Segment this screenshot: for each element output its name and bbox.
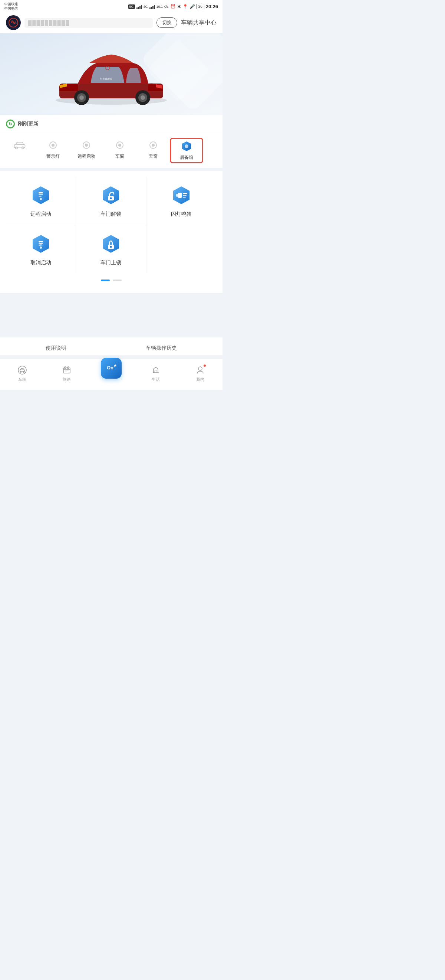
- brand-logo: [6, 15, 21, 30]
- middle-space: [0, 293, 223, 337]
- svg-text:★: ★: [114, 363, 117, 368]
- svg-point-62: [198, 367, 202, 371]
- flash-horn-card[interactable]: 闪灯鸣笛: [146, 177, 217, 225]
- mic-icon: 🎤: [190, 4, 195, 9]
- location-icon: 📍: [182, 4, 188, 9]
- car-svg: 别克威朗S: [48, 43, 174, 110]
- signal-bars: [136, 5, 142, 9]
- remote-start-quick-label: 远程启动: [78, 153, 95, 160]
- car-status-item[interactable]: [3, 138, 36, 153]
- svg-rect-37: [176, 194, 178, 197]
- sunroof-icon: [147, 139, 159, 151]
- nav-profile-icon: [195, 365, 206, 375]
- usage-guide-link[interactable]: 使用说明: [46, 345, 67, 352]
- sunroof-item[interactable]: 天窗: [136, 138, 170, 161]
- nav-profile-label: 我的: [196, 377, 204, 382]
- door-unlock-card[interactable]: 车门解锁: [76, 177, 146, 225]
- svg-rect-53: [63, 368, 70, 373]
- remote-start-label: 远程启动: [30, 211, 51, 218]
- bottom-nav: 车辆 旅途 On ★: [0, 358, 223, 390]
- update-bar: ↻ 刚刚更新: [0, 115, 223, 133]
- sunroof-label: 天窗: [149, 153, 158, 160]
- remote-start-card[interactable]: 远程启动: [6, 177, 76, 225]
- trunk-icon: [181, 140, 192, 152]
- car-outline-icon: [14, 139, 25, 151]
- carrier2: 中国电信: [5, 7, 18, 11]
- time: 20:26: [206, 4, 218, 9]
- window-item[interactable]: 车窗: [103, 138, 136, 161]
- operation-history-link[interactable]: 车辆操作历史: [146, 345, 177, 352]
- car-image-area: 别克威朗S: [0, 33, 223, 115]
- hazard-lights-label: 警示灯: [46, 153, 60, 160]
- nav-journey-icon: [62, 365, 72, 375]
- update-text: 刚刚更新: [18, 121, 38, 127]
- page-title: 车辆共享中心: [181, 19, 217, 27]
- cancel-start-icon-wrap: [30, 233, 52, 255]
- svg-rect-39: [38, 241, 43, 242]
- signal-4g: 4G: [144, 5, 148, 8]
- nav-journey-label: 旅途: [63, 377, 71, 382]
- page-dot-1: [101, 280, 110, 281]
- svg-rect-26: [38, 194, 43, 195]
- actions-section: 远程启动 车门解锁: [0, 171, 223, 293]
- carrier1: 中国联通: [5, 2, 18, 7]
- remote-start-quick-item[interactable]: 远程启动: [70, 138, 103, 161]
- bar6: [151, 7, 152, 9]
- user-name: ██████████: [24, 18, 153, 28]
- svg-point-21: [152, 144, 155, 146]
- svg-point-28: [40, 198, 42, 200]
- page-dot-2: [113, 280, 122, 281]
- svg-point-15: [52, 144, 54, 146]
- signal-bars-2: [149, 5, 155, 9]
- actions-grid: 远程启动 车门解锁: [6, 177, 217, 274]
- page-indicator: [6, 274, 217, 287]
- signal-5g: 5G: [128, 5, 135, 9]
- bar3: [139, 6, 141, 9]
- status-bar: 中国联通 中国电信 5G 4G 10.1 K/s ⏰ ✱ 📍 🎤 26 20:2…: [0, 0, 223, 12]
- flash-horn-svg: [171, 185, 192, 206]
- cancel-start-card[interactable]: 取消启动: [6, 225, 76, 274]
- door-lock-card[interactable]: 车门上锁: [76, 225, 146, 274]
- bottom-links: 使用说明 车辆操作历史: [0, 337, 223, 358]
- hazard-lights-item[interactable]: 警示灯: [36, 138, 70, 161]
- bar7: [152, 6, 154, 9]
- door-unlock-icon-wrap: [100, 184, 122, 207]
- nav-onstar[interactable]: On ★: [100, 358, 122, 382]
- car-display: 别克威朗S: [0, 41, 223, 111]
- bar1: [136, 8, 138, 9]
- svg-point-48: [18, 366, 26, 374]
- flash-horn-label: 闪灯鸣笛: [171, 211, 192, 218]
- svg-text:别克威朗S: 别克威朗S: [100, 78, 112, 80]
- door-lock-label: 车门上锁: [100, 259, 121, 266]
- svg-rect-36: [178, 192, 182, 198]
- alarm-icon: ⏰: [170, 4, 176, 9]
- notification-dot: [203, 364, 206, 367]
- door-lock-svg: [100, 234, 121, 254]
- buick-logo-svg: [8, 18, 19, 28]
- bar5: [149, 8, 150, 9]
- remote-start-quick-icon: [81, 139, 92, 151]
- svg-rect-27: [38, 196, 41, 197]
- door-lock-icon-wrap: [100, 233, 122, 255]
- nav-vehicle[interactable]: 车辆: [11, 365, 33, 382]
- svg-marker-45: [103, 235, 119, 253]
- remote-start-svg: [30, 185, 51, 206]
- refresh-icon: ↻: [6, 119, 15, 129]
- nav-journey[interactable]: 旅途: [55, 365, 78, 382]
- nav-vehicle-label: 车辆: [18, 377, 26, 382]
- svg-point-23: [185, 145, 188, 148]
- bar8: [154, 5, 155, 9]
- svg-point-47: [110, 246, 112, 248]
- switch-button[interactable]: 切换: [157, 18, 177, 28]
- svg-point-19: [118, 144, 121, 146]
- header: ██████████ 切换 车辆共享中心: [0, 12, 223, 33]
- nav-profile[interactable]: 我的: [189, 365, 211, 382]
- carrier-info: 中国联通 中国电信: [5, 2, 18, 11]
- door-unlock-label: 车门解锁: [100, 211, 121, 218]
- svg-point-42: [40, 247, 42, 249]
- svg-point-5: [79, 95, 84, 100]
- nav-life[interactable]: 生活: [145, 365, 167, 382]
- remote-start-icon-wrap: [30, 184, 52, 207]
- cancel-start-svg: [30, 234, 51, 254]
- trunk-item[interactable]: 后备箱: [170, 138, 203, 163]
